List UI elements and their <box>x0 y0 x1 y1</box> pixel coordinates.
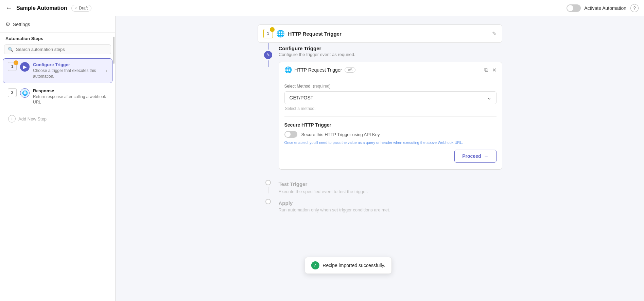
secure-section: Secure HTTP Trigger Secure this HTTP Tri… <box>284 122 497 146</box>
section-globe-icon: 🌐 <box>276 30 285 38</box>
apply-title: Apply <box>279 197 502 207</box>
header-left: ← Sample Automation ○ Draft <box>5 4 91 12</box>
tl-line-bottom <box>268 60 268 67</box>
activate-label: Activate Automation <box>584 5 626 11</box>
section-header-title: HTTP Request Trigger <box>288 31 342 37</box>
top-header: ← Sample Automation ○ Draft Activate Aut… <box>0 0 644 16</box>
proceed-button[interactable]: Proceed → <box>454 150 496 163</box>
help-icon[interactable]: ? <box>630 4 639 12</box>
step-1-title: Configure Trigger <box>33 62 102 67</box>
configure-trigger-content: Configure Trigger Configure the trigger … <box>279 43 502 173</box>
configure-subtitle: Configure the trigger event as required. <box>279 52 502 57</box>
step-2-number: 2 <box>8 88 17 97</box>
settings-label: Settings <box>13 22 30 27</box>
select-hint: Select a method. <box>284 106 497 111</box>
card-divider <box>284 116 497 117</box>
section-warning-badge: ! <box>270 27 275 32</box>
step-1-icon: ▶ <box>20 62 30 72</box>
draft-badge: ○ Draft <box>71 5 92 12</box>
trigger-card-header-right: ⧉ ✕ <box>484 67 497 73</box>
back-button[interactable]: ← <box>5 4 12 12</box>
sidebar-scrollbar <box>113 37 115 64</box>
sidebar-settings[interactable]: ⚙ Settings <box>0 16 115 33</box>
step-2-content: Response Return response after calling a… <box>33 88 107 106</box>
search-icon: 🔍 <box>8 47 13 52</box>
sidebar-step-2[interactable]: 2 🌐 Response Return response after calli… <box>3 84 112 109</box>
method-select[interactable]: GET/POST ⌄ <box>284 91 497 104</box>
step-2-desc: Return response after calling a webhook … <box>33 94 107 106</box>
step-1-number: 1 ! <box>8 62 17 71</box>
test-trigger-title: Test Trigger <box>279 178 502 188</box>
activate-toggle[interactable] <box>567 4 581 12</box>
chevron-down-icon: ⌄ <box>487 95 491 100</box>
timeline-line-col-1: ✎ <box>258 43 279 67</box>
gear-icon: ⚙ <box>5 21 10 27</box>
apply-content: Apply Run automation only when set trigg… <box>279 197 502 216</box>
activate-toggle-area: Activate Automation <box>567 4 626 12</box>
test-trigger-content: Test Trigger Execute the specified event… <box>279 178 502 197</box>
method-value: GET/POST <box>290 95 314 100</box>
header-right: Activate Automation ? <box>567 4 639 12</box>
secure-hint: Once enabled, you'll need to pass the va… <box>284 140 497 146</box>
add-step-button[interactable]: + Add New Step <box>3 112 112 126</box>
configure-title: Configure Trigger <box>279 45 502 51</box>
page-title: Sample Automation <box>16 5 67 11</box>
add-step-label: Add New Step <box>18 116 47 121</box>
apply-subtitle: Run automation only when set trigger con… <box>279 207 502 212</box>
tl-line-top <box>268 43 268 50</box>
secure-row: Secure this HTTP Trigger using API Key <box>284 131 497 138</box>
proceed-label: Proceed <box>462 153 481 159</box>
draft-label: Draft <box>79 6 88 11</box>
section-header: 1 ! 🌐 HTTP Request Trigger ✎ <box>258 24 502 43</box>
sidebar-step-1[interactable]: 1 ! ▶ Configure Trigger Choose a trigger… <box>3 58 112 83</box>
copy-button[interactable]: ⧉ <box>484 67 488 73</box>
secure-title: Secure HTTP Trigger <box>284 122 497 128</box>
toast: ✓ Recipe imported successfully. <box>304 257 391 274</box>
configure-trigger-row: ✎ Configure Trigger Configure the trigge… <box>258 43 502 173</box>
select-method-label: Select Method (required) <box>284 83 497 89</box>
version-badge: V5 <box>345 67 355 73</box>
step-2-title: Response <box>33 88 107 93</box>
step-1-warning: ! <box>14 60 18 65</box>
step-1-desc: Choose a trigger that executes this auto… <box>33 68 102 79</box>
required-label: (required) <box>313 84 331 89</box>
apply-row: Apply Run automation only when set trigg… <box>258 197 502 216</box>
trigger-card-title: HTTP Request Trigger <box>295 67 342 73</box>
step-2-icon: 🌐 <box>20 88 30 98</box>
trigger-globe-icon: 🌐 <box>284 66 292 74</box>
test-trigger-subtitle: Execute the specified event to test the … <box>279 189 502 194</box>
tl-edit-dot[interactable]: ✎ <box>264 51 272 59</box>
tl-circle-dot-test <box>265 180 271 185</box>
trigger-card: 🌐 HTTP Request Trigger V5 ⧉ ✕ Se <box>279 62 502 170</box>
search-box[interactable]: 🔍 <box>4 44 111 54</box>
section-number-box: 1 ! <box>263 29 273 38</box>
tl-circle-dot-apply <box>265 199 271 204</box>
trigger-card-body: Select Method (required) GET/POST ⌄ Sele… <box>279 78 502 169</box>
toast-message: Recipe imported successfully. <box>323 263 385 268</box>
tl-gray-line-1 <box>268 187 268 193</box>
proceed-area: Proceed → <box>284 146 497 164</box>
trigger-card-header: 🌐 HTTP Request Trigger V5 ⧉ ✕ <box>279 62 502 78</box>
trigger-card-header-left: 🌐 HTTP Request Trigger V5 <box>284 66 481 74</box>
automation-steps-label: Automation Steps <box>0 33 115 43</box>
step-1-arrow: › <box>106 68 107 73</box>
search-input[interactable] <box>16 47 107 52</box>
configure-header: Configure Trigger Configure the trigger … <box>279 43 502 58</box>
sidebar: ⚙ Settings Automation Steps 🔍 1 ! ▶ Conf… <box>0 16 116 301</box>
section-header-edit-icon[interactable]: ✎ <box>492 31 497 37</box>
proceed-arrow-icon: → <box>484 153 489 159</box>
test-trigger-row: Test Trigger Execute the specified event… <box>258 178 502 197</box>
secure-toggle[interactable] <box>284 131 297 138</box>
draft-circle-icon: ○ <box>75 6 77 10</box>
toast-container: ✓ Recipe imported successfully. <box>304 257 391 274</box>
timeline-line-col-3 <box>258 197 279 206</box>
timeline-line-col-2 <box>258 178 279 193</box>
close-button[interactable]: ✕ <box>492 67 497 73</box>
secure-desc: Secure this HTTP Trigger using API Key <box>301 132 380 137</box>
step-1-content: Configure Trigger Choose a trigger that … <box>33 62 102 79</box>
toast-check-icon: ✓ <box>311 261 319 269</box>
plus-icon: + <box>8 115 16 123</box>
timeline-wrapper: ✎ Configure Trigger Configure the trigge… <box>258 43 502 216</box>
